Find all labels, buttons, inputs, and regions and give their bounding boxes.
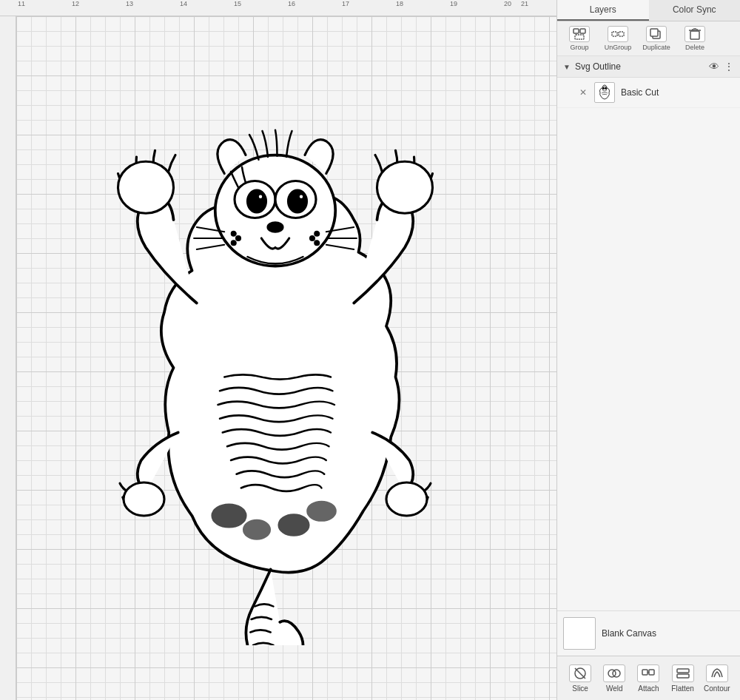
layer-header[interactable]: ▼ Svg Outline 👁 ⋮ xyxy=(557,56,740,78)
delete-button[interactable]: Delete xyxy=(679,26,711,51)
svg-point-20 xyxy=(118,161,174,213)
svg-point-5 xyxy=(258,194,263,200)
svg-rect-47 xyxy=(642,670,648,675)
attach-button[interactable]: Attach xyxy=(632,664,665,693)
svg-point-26 xyxy=(279,515,309,536)
svg-point-13 xyxy=(315,241,319,245)
svg-rect-29 xyxy=(580,29,585,33)
svg-point-0 xyxy=(215,155,336,266)
svg-point-6 xyxy=(298,194,304,200)
ruler-mark-12: 12 xyxy=(72,0,79,7)
flatten-button[interactable]: Flatten xyxy=(667,664,699,693)
blank-canvas-section[interactable]: Blank Canvas xyxy=(557,610,740,656)
weld-icon xyxy=(603,664,625,682)
svg-rect-28 xyxy=(574,29,579,33)
layer-x-icon[interactable]: ✕ xyxy=(578,87,588,98)
layer-name: Svg Outline xyxy=(575,61,621,72)
expand-arrow-icon: ▼ xyxy=(563,63,571,71)
panel-tabs: Layers Color Sync xyxy=(557,0,740,21)
tab-layers[interactable]: Layers xyxy=(557,0,649,21)
svg-rect-34 xyxy=(650,29,658,36)
blank-canvas-thumbnail xyxy=(563,617,596,650)
svg-point-8 xyxy=(232,232,235,235)
svg-rect-48 xyxy=(649,670,654,675)
blank-canvas-label: Blank Canvas xyxy=(602,628,656,639)
flatten-label: Flatten xyxy=(671,684,694,693)
ungroup-label: UnGroup xyxy=(605,44,632,51)
layer-item[interactable]: ✕ Basic Cut xyxy=(557,78,740,108)
slice-label: Slice xyxy=(572,684,588,693)
ruler-mark-17: 17 xyxy=(342,0,349,7)
svg-rect-51 xyxy=(677,674,689,678)
attach-label: Attach xyxy=(638,684,659,693)
canvas-grid[interactable] xyxy=(16,16,556,700)
tab-color-sync[interactable]: Color Sync xyxy=(649,0,741,21)
svg-point-7 xyxy=(268,223,283,232)
svg-rect-31 xyxy=(612,32,617,36)
svg-point-46 xyxy=(613,670,620,677)
ruler-mark-16: 16 xyxy=(288,0,295,7)
attach-icon xyxy=(637,664,659,682)
svg-point-25 xyxy=(244,520,270,539)
duplicate-label: Duplicate xyxy=(642,44,670,51)
svg-rect-30 xyxy=(575,35,584,39)
svg-point-27 xyxy=(308,502,336,520)
main-area: 11 12 13 14 15 16 17 18 19 20 21 xyxy=(0,0,740,700)
delete-label: Delete xyxy=(685,44,704,51)
contour-label: Contour xyxy=(704,684,730,693)
ungroup-icon xyxy=(608,26,628,42)
weld-label: Weld xyxy=(606,684,623,693)
ruler-mark-14: 14 xyxy=(180,0,187,7)
svg-point-4 xyxy=(289,190,307,212)
svg-point-41 xyxy=(603,88,605,90)
garfield-image[interactable] xyxy=(90,90,460,645)
svg-rect-32 xyxy=(619,32,624,36)
duplicate-button[interactable]: Duplicate xyxy=(640,26,673,51)
layer-item-label: Basic Cut xyxy=(621,87,659,98)
svg-point-42 xyxy=(605,88,607,90)
more-icon[interactable]: ⋮ xyxy=(724,61,734,73)
layer-thumbnail xyxy=(594,82,615,103)
layer-section: ▼ Svg Outline 👁 ⋮ ✕ Basic C xyxy=(557,56,740,610)
ruler-mark-21: 21 xyxy=(521,0,528,7)
svg-point-10 xyxy=(232,241,235,245)
slice-button[interactable]: Slice xyxy=(564,664,596,693)
panel-bottom-toolbar: Slice Weld Attach Flatten xyxy=(557,656,740,700)
ruler-left xyxy=(0,16,16,700)
svg-rect-50 xyxy=(677,669,689,673)
slice-icon xyxy=(569,664,591,682)
canvas-area: 11 12 13 14 15 16 17 18 19 20 21 xyxy=(0,0,556,700)
right-panel: Layers Color Sync Group UnGroup xyxy=(556,0,740,700)
ruler-mark-19: 19 xyxy=(450,0,457,7)
contour-icon xyxy=(706,664,728,682)
delete-icon xyxy=(684,26,705,42)
ruler-mark-13: 13 xyxy=(126,0,133,7)
panel-toolbar: Group UnGroup Duplicate Delete xyxy=(557,21,740,56)
contour-button[interactable]: Contour xyxy=(701,664,733,693)
svg-point-23 xyxy=(386,482,427,516)
weld-button[interactable]: Weld xyxy=(598,664,630,693)
ruler-mark-11: 11 xyxy=(18,0,25,7)
ungroup-button[interactable]: UnGroup xyxy=(602,26,634,51)
visibility-icon[interactable]: 👁 xyxy=(709,61,719,73)
svg-point-11 xyxy=(315,232,319,235)
ruler-marks: 11 12 13 14 15 16 17 18 19 20 21 xyxy=(16,0,556,14)
ruler-mark-20: 20 xyxy=(504,0,511,7)
svg-point-3 xyxy=(248,190,266,212)
svg-point-9 xyxy=(237,237,240,240)
ruler-mark-18: 18 xyxy=(396,0,403,7)
group-label: Group xyxy=(570,44,588,51)
duplicate-icon xyxy=(646,26,667,42)
svg-point-22 xyxy=(124,482,164,516)
ruler-top: 11 12 13 14 15 16 17 18 19 20 21 xyxy=(0,0,556,16)
group-button[interactable]: Group xyxy=(563,26,596,51)
svg-rect-35 xyxy=(690,31,699,39)
flatten-icon xyxy=(672,664,694,682)
svg-point-21 xyxy=(377,161,433,213)
group-icon xyxy=(569,26,590,42)
ruler-mark-15: 15 xyxy=(234,0,241,7)
svg-point-24 xyxy=(212,505,246,527)
svg-point-12 xyxy=(311,237,314,240)
